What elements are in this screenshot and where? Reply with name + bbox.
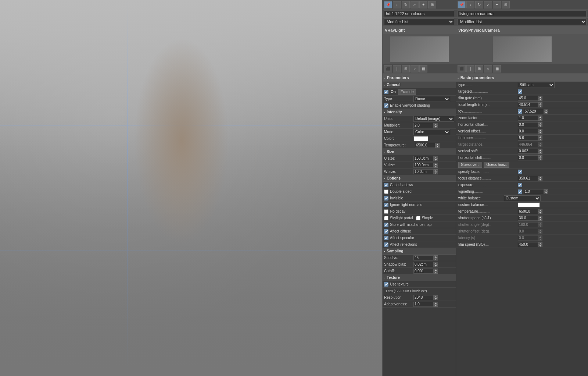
vignetting-input[interactable]	[524, 189, 544, 194]
zoom-input[interactable]	[518, 116, 538, 121]
tdist-down[interactable]: ▼	[538, 145, 542, 147]
shutter-speed-input[interactable]	[518, 216, 538, 221]
custom-balance-swatch[interactable]	[518, 202, 540, 207]
modifier-select-right[interactable]: Modifier List	[458, 18, 587, 25]
hshift-up[interactable]: ▲	[538, 155, 542, 158]
focal-up[interactable]: ▲	[538, 102, 542, 105]
adaptiveness-input[interactable]	[413, 302, 434, 307]
shutoff-down[interactable]: ▼	[538, 231, 542, 234]
mini-btn-1[interactable]: ⬛	[384, 65, 392, 72]
scale-btn[interactable]: ⤢	[410, 1, 419, 8]
mode-select[interactable]: Color	[413, 129, 450, 135]
modifier-select-left[interactable]: Modifier List	[384, 18, 454, 25]
w-size-input[interactable]	[413, 169, 434, 174]
res-down[interactable]: ▼	[434, 298, 438, 300]
camera-name-input[interactable]	[458, 10, 587, 17]
vshift-up[interactable]: ▲	[538, 149, 542, 151]
zoom-down[interactable]: ▼	[538, 118, 542, 121]
simple-checkbox[interactable]	[416, 216, 420, 220]
camtemp-down[interactable]: ▼	[538, 212, 542, 214]
mini-btn-2[interactable]: |	[393, 65, 401, 72]
multiplier-down[interactable]: ▼	[434, 125, 438, 128]
lat-up[interactable]: ▲	[538, 235, 542, 238]
sampling-section-header[interactable]: Sampling	[383, 248, 456, 255]
zoom-up[interactable]: ▲	[538, 116, 542, 118]
snap-btn[interactable]: ✦	[419, 1, 427, 8]
multiplier-up[interactable]: ▲	[434, 123, 438, 125]
exposure-checkbox[interactable]	[518, 183, 522, 187]
w-up[interactable]: ▲	[434, 169, 438, 172]
temp-up[interactable]: ▲	[435, 143, 440, 145]
mini-btn-5[interactable]: ▦	[419, 65, 427, 72]
options-section-header[interactable]: Options	[383, 175, 456, 182]
v-up[interactable]: ▲	[434, 163, 438, 165]
enable-viewport-checkbox[interactable]	[384, 103, 388, 108]
shutang-down[interactable]: ▼	[538, 225, 542, 227]
type-select[interactable]: Dome	[413, 96, 450, 102]
general-section-header[interactable]: General	[383, 82, 456, 88]
vert-shift-input[interactable]	[518, 149, 538, 154]
cam-scale-btn[interactable]: ⤢	[484, 1, 492, 8]
fdist-up[interactable]: ▲	[538, 176, 542, 178]
hshift-down[interactable]: ▼	[538, 158, 542, 160]
voffset-down[interactable]: ▼	[538, 131, 542, 134]
v-down[interactable]: ▼	[434, 165, 438, 168]
shutsp-up[interactable]: ▲	[538, 216, 542, 218]
cutoff-down[interactable]: ▼	[434, 271, 438, 274]
film-speed-input[interactable]	[518, 242, 538, 247]
align-btn[interactable]: ⊞	[428, 1, 436, 8]
adapt-down[interactable]: ▼	[434, 304, 438, 307]
filmsp-up[interactable]: ▲	[538, 242, 542, 245]
adapt-up[interactable]: ▲	[434, 302, 438, 304]
rotate-btn[interactable]: ↻	[402, 1, 410, 8]
double-sided-checkbox[interactable]	[384, 189, 388, 194]
cam-mini-btn-2[interactable]: |	[466, 65, 474, 72]
filmgate-up[interactable]: ▲	[538, 96, 542, 98]
vert-offset-input[interactable]	[518, 129, 538, 134]
vignetting-checkbox[interactable]	[518, 189, 522, 194]
temp-down[interactable]: ▼	[435, 145, 440, 148]
target-dist-input[interactable]	[518, 142, 538, 147]
shadow-bias-input[interactable]	[413, 262, 434, 267]
skylight-checkbox[interactable]	[384, 216, 388, 220]
focus-dist-input[interactable]	[518, 176, 538, 181]
cam-mini-btn-4[interactable]: ○	[484, 65, 492, 72]
u-up[interactable]: ▲	[434, 156, 438, 159]
texture-section-header[interactable]: Texture	[383, 274, 456, 281]
white-balance-select[interactable]: Custom	[504, 195, 541, 201]
units-select[interactable]: Default (image)	[413, 116, 454, 122]
cam-snap-btn[interactable]: ✦	[493, 1, 501, 8]
vig-down[interactable]: ▼	[544, 192, 548, 194]
tdist-up[interactable]: ▲	[538, 142, 542, 145]
hoffset-up[interactable]: ▲	[538, 122, 542, 125]
fdist-down[interactable]: ▼	[538, 178, 542, 181]
shutter-offset-input[interactable]	[518, 229, 538, 234]
cam-align-btn[interactable]: ⊞	[502, 1, 510, 8]
size-section-header[interactable]: Size	[383, 149, 456, 155]
vshift-down[interactable]: ▼	[538, 151, 542, 154]
temperature-input[interactable]	[415, 143, 435, 148]
cam-mini-btn-5[interactable]: ▦	[493, 65, 501, 72]
cam-mini-btn-1[interactable]: ⬛	[458, 65, 466, 72]
subdivs-down[interactable]: ▼	[434, 258, 438, 260]
focal-down[interactable]: ▼	[538, 105, 542, 107]
on-checkbox[interactable]	[384, 90, 388, 94]
mini-btn-3[interactable]: ⊞	[402, 65, 410, 72]
use-texture-checkbox[interactable]	[384, 282, 388, 287]
viewport[interactable]	[0, 0, 382, 376]
w-down[interactable]: ▼	[434, 172, 438, 174]
affect-specular-checkbox[interactable]	[384, 236, 388, 240]
guess-vert-button[interactable]: Guess vert.	[458, 162, 482, 168]
exclude-button[interactable]: Exclude	[398, 89, 416, 95]
guess-horiz-button[interactable]: Guess horiz.	[484, 162, 509, 168]
hoffset-down[interactable]: ▼	[538, 125, 542, 127]
bias-up[interactable]: ▲	[434, 262, 438, 265]
shutoff-up[interactable]: ▲	[538, 229, 542, 231]
targeted-checkbox[interactable]	[518, 89, 522, 94]
cam-mini-btn-3[interactable]: ⊞	[475, 65, 483, 72]
filmgate-down[interactable]: ▼	[538, 98, 542, 101]
f-number-input[interactable]	[518, 135, 538, 141]
multiplier-input[interactable]	[413, 123, 434, 128]
horiz-offset-input[interactable]	[518, 122, 538, 127]
u-size-input[interactable]	[413, 156, 434, 161]
